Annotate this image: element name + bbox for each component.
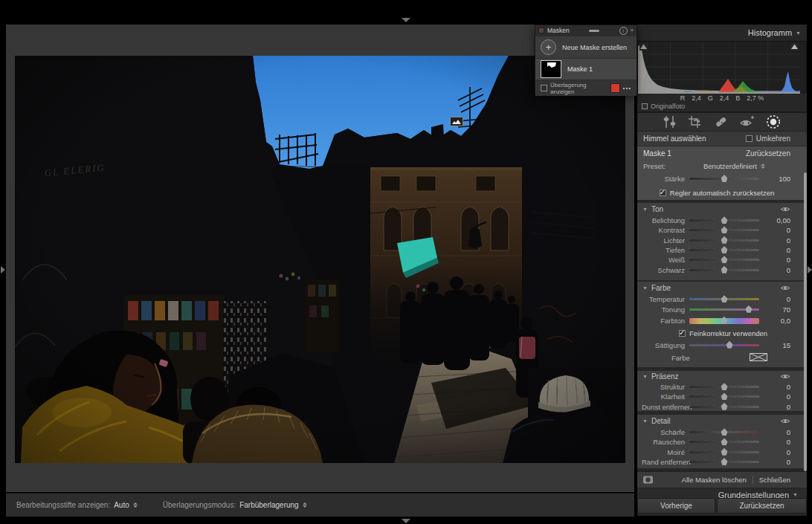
bottom-panel-collapse-arrow[interactable] bbox=[402, 519, 410, 523]
rgb-readout: R2,4 G2,4 B2,7 % bbox=[637, 94, 807, 102]
new-mask-label: Neue Maske erstellen bbox=[562, 44, 627, 51]
amount-value[interactable]: 100 bbox=[764, 175, 790, 183]
masks-panel-header[interactable]: Masken i » bbox=[535, 25, 637, 36]
masks-floating-panel: Masken i » + Neue Maske erstellen Maske … bbox=[535, 25, 637, 94]
previous-button[interactable]: Vorherige bbox=[637, 498, 715, 514]
crop-rotate-icon[interactable] bbox=[688, 115, 703, 129]
plus-icon: + bbox=[541, 39, 556, 55]
invert-checkbox[interactable] bbox=[746, 135, 753, 142]
feinkorrektur-checkbox[interactable] bbox=[679, 330, 686, 337]
edit-sliders-icon[interactable] bbox=[663, 115, 677, 129]
new-mask-button[interactable]: + Neue Maske erstellen bbox=[535, 36, 637, 58]
amount-label: Stärke bbox=[642, 175, 685, 183]
section-farbe-header[interactable]: ▼Farbe bbox=[637, 282, 807, 294]
section-detail-header[interactable]: ▼Detail bbox=[637, 415, 807, 427]
histogram-header[interactable]: Histogramm ▼ bbox=[637, 25, 807, 41]
preset-dropdown[interactable]: Benutzerdefiniert bbox=[703, 162, 765, 170]
mask-list-item[interactable]: Maske 1 bbox=[535, 58, 637, 80]
preset-label: Preset: bbox=[643, 162, 686, 170]
rand-slider[interactable] bbox=[689, 461, 759, 463]
amount-slider[interactable] bbox=[689, 178, 759, 180]
status-toolbar: Bearbeitungsstifte anzeigen: Auto Überla… bbox=[6, 493, 634, 517]
original-photo-row: Originalfoto bbox=[637, 102, 807, 111]
kontrast-slider[interactable] bbox=[689, 229, 759, 231]
moire-slider[interactable] bbox=[689, 451, 759, 453]
section-farbe: ▼Farbe Temperatur0 Tonung70 Farbton0,0 F… bbox=[637, 280, 807, 367]
histogram-title: Histogramm bbox=[748, 28, 792, 37]
visibility-eye-icon[interactable] bbox=[780, 285, 790, 291]
saettigung-slider[interactable] bbox=[689, 344, 759, 346]
mask-reset-button[interactable]: Zurücksetzen bbox=[746, 149, 790, 158]
info-icon[interactable]: i bbox=[619, 27, 628, 35]
mask-mode-row: Himmel auswählen Umkehren bbox=[637, 132, 807, 146]
pins-label: Bearbeitungsstifte anzeigen: bbox=[16, 501, 110, 509]
close-masking-button[interactable]: Schließen bbox=[759, 476, 790, 484]
masks-panel-title: Masken bbox=[547, 27, 570, 34]
lightroom-develop-window: { "masks_panel": { "title": "Masken", "n… bbox=[0, 0, 812, 524]
chevron-down-icon: ▼ bbox=[796, 30, 801, 36]
belichtung-slider[interactable] bbox=[689, 219, 759, 221]
delete-all-masks-button[interactable]: Alle Masken löschen bbox=[682, 476, 747, 484]
auto-reset-label: Regler automatisch zurücksetzen bbox=[670, 189, 774, 197]
masks-actions-row: Alle Masken löschen Schließen bbox=[637, 470, 807, 488]
temperatur-slider[interactable] bbox=[689, 298, 759, 300]
healing-brush-icon[interactable] bbox=[713, 115, 728, 129]
panel-scrollbar[interactable] bbox=[804, 172, 807, 471]
struktur-slider[interactable] bbox=[689, 386, 759, 388]
right-panel-collapse-arrow[interactable] bbox=[808, 266, 812, 274]
drag-handle[interactable] bbox=[589, 30, 599, 32]
overlay-checkbox[interactable] bbox=[541, 85, 547, 91]
dunst-slider[interactable] bbox=[689, 406, 759, 408]
lichter-slider[interactable] bbox=[689, 239, 759, 242]
sky-select-cursor-icon bbox=[450, 117, 463, 126]
pins-dropdown[interactable]: Auto bbox=[114, 501, 129, 509]
top-panel-collapse-arrow[interactable] bbox=[402, 18, 410, 22]
weiss-slider[interactable] bbox=[689, 259, 759, 261]
masking-icon[interactable] bbox=[765, 114, 782, 129]
chevron-down-icon: ▼ bbox=[793, 492, 798, 497]
photo[interactable]: GL ELERIG bbox=[15, 56, 625, 463]
overlay-menu-button[interactable]: ••• bbox=[623, 85, 631, 91]
schaerfe-slider[interactable] bbox=[689, 431, 759, 433]
reset-button[interactable]: Zurücksetzen bbox=[717, 498, 807, 514]
visibility-eye-icon[interactable] bbox=[780, 373, 790, 380]
original-photo-checkbox[interactable] bbox=[642, 103, 648, 109]
dropdown-arrows-icon bbox=[761, 164, 765, 169]
farbton-slider[interactable] bbox=[689, 318, 759, 324]
active-mask-name: Maske 1 bbox=[643, 149, 671, 158]
section-ton-header[interactable]: ▼Ton bbox=[637, 203, 807, 216]
tonung-slider[interactable] bbox=[689, 308, 759, 311]
schwarz-slider[interactable] bbox=[689, 269, 759, 271]
section-praesenz: ▼Präsenz Struktur0 Klarheit0 Dunst entfe… bbox=[637, 369, 807, 411]
collapse-panel-icon[interactable]: » bbox=[631, 28, 634, 33]
mask-mode-label: Himmel auswählen bbox=[643, 135, 706, 143]
visibility-eye-icon[interactable] bbox=[780, 418, 790, 424]
color-swatch-crossed[interactable] bbox=[750, 353, 767, 361]
farbe-swatch-label: Farbe bbox=[671, 354, 690, 362]
venice-street-photo: GL ELERIG bbox=[15, 56, 625, 463]
mask-item-label: Maske 1 bbox=[567, 65, 593, 73]
mask-badge-icon bbox=[642, 475, 654, 485]
mask-settings-group: Maske 1 Zurücksetzen Preset: Benutzerdef… bbox=[637, 146, 807, 200]
tiefen-slider[interactable] bbox=[689, 249, 759, 251]
masks-panel-footer: Überlagerung anzeigen ••• bbox=[535, 80, 637, 96]
original-photo-label: Originalfoto bbox=[651, 103, 685, 110]
rauschen-slider[interactable] bbox=[689, 441, 759, 443]
invert-label: Umkehren bbox=[756, 135, 790, 143]
section-detail: ▼Detail Schärfe0 Rauschen0 Moiré0 Rand e… bbox=[637, 413, 807, 468]
klarheit-slider[interactable] bbox=[689, 395, 759, 398]
overlay-mode-dropdown[interactable]: Farbüberlagerung bbox=[239, 501, 299, 509]
overlay-color-swatch[interactable] bbox=[610, 83, 620, 93]
left-panel-collapse-arrow[interactable] bbox=[1, 266, 5, 274]
section-praesenz-header[interactable]: ▼Präsenz bbox=[637, 371, 807, 382]
red-eye-icon[interactable] bbox=[738, 115, 755, 129]
overlay-label: Überlagerung anzeigen bbox=[550, 82, 608, 95]
right-panel: Histogramm ▼ R2,4 G2,4 B2,7 % bbox=[637, 25, 807, 516]
tool-strip bbox=[637, 111, 807, 132]
auto-reset-checkbox[interactable] bbox=[660, 190, 666, 196]
histogram-chart[interactable] bbox=[637, 41, 807, 93]
visibility-eye-icon[interactable] bbox=[780, 206, 790, 213]
masks-panel-marker-icon bbox=[538, 28, 544, 33]
section-ton: ▼Ton Belichtung0,00 Kontrast0 Lichter0 T… bbox=[637, 201, 807, 280]
feinkorrektur-label: Feinkorrektur verwenden bbox=[689, 329, 767, 337]
